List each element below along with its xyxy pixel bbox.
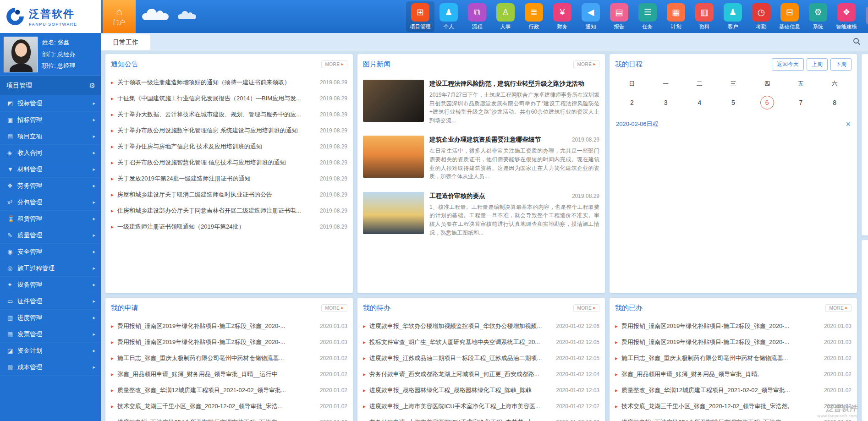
module-item[interactable]: ▦ 计划	[662, 1, 690, 32]
tab-daily-work[interactable]: 日常工作	[101, 34, 150, 50]
done-row[interactable]: ▸ 技术交底_龙湖三千里小区_张鑫_2020-12-02_领导审批_宋浩然, 2…	[615, 398, 852, 414]
sidebar-menu-item[interactable]: ▣ 招标管理 ▸	[0, 112, 101, 128]
more-arrow-icon: ▸	[341, 62, 344, 66]
prev-week-button[interactable]: 上周	[807, 58, 828, 71]
calendar-day[interactable]: 4	[682, 92, 716, 114]
module-item[interactable]: ▥ 资料	[690, 1, 719, 32]
notice-date: 2019.08.29	[320, 175, 347, 182]
request-row[interactable]: ▸ 张鑫_用品领用申请_账簿_财务用品_领导审批_肖晴__运行中 2020.01…	[111, 366, 347, 382]
module-item[interactable]: ¥ 财务	[548, 1, 577, 32]
search-icon[interactable]	[853, 38, 861, 45]
notice-row[interactable]: ▸ 一级建造师注册证书领取通知（2019年第24批） 2019.08.29	[111, 219, 347, 235]
todo-date: 2020-01-02 12:02	[556, 419, 599, 421]
sidebar-menu-item[interactable]: ▼ 材料管理 ▸	[0, 161, 101, 178]
more-button[interactable]: MORE ▸	[573, 60, 599, 68]
module-item[interactable]: ☰ 任务	[633, 1, 662, 32]
done-row[interactable]: ▸ 进度款申报_万达广场35#会所及咖啡厅空调安装工程_万达广... 2020.…	[615, 414, 852, 421]
sidebar-menu-item[interactable]: ✎ 质量管理 ▸	[0, 227, 101, 244]
sidebar-menu-item[interactable]: ▭ 证件管理 ▸	[0, 293, 101, 310]
tabbar: 日常工作	[101, 33, 868, 50]
request-row[interactable]: ▸ 进度款申报_万达广场35#会所及咖啡厅空调安装工程_万达广... 2020.…	[111, 414, 347, 421]
module-item[interactable]: ⊟ 基础信息	[775, 1, 804, 32]
back-to-today-button[interactable]: 返回今天	[772, 58, 804, 71]
close-icon[interactable]: ×	[846, 120, 851, 128]
notice-row[interactable]: ▸ 于征集《中国建筑施工行业信息化发展报告（2014）—BIM应用与发... 2…	[111, 90, 347, 106]
module-item[interactable]: ♟ 客户	[719, 1, 747, 32]
next-week-button[interactable]: 下周	[830, 58, 852, 71]
notice-row[interactable]: ▸ 关于举办住房与房地产信息化 技术及应用培训班的通知 2019.08.29	[111, 138, 347, 154]
sidebar-menu-item[interactable]: x² 分包管理 ▸	[0, 194, 101, 211]
module-item[interactable]: ▤ 报告	[605, 1, 633, 32]
bullet-icon: ▸	[111, 419, 114, 421]
sidebar-section-header[interactable]: 项目管理 ⚙	[0, 76, 101, 95]
sidebar-menu-item[interactable]: ◉ 安全管理 ▸	[0, 244, 101, 260]
gear-icon[interactable]: ⚙	[89, 82, 95, 90]
brand-logo[interactable]: 泛普软件 FANPU SOFTWARE	[0, 0, 101, 33]
request-row[interactable]: ▸ 施工日志_张鑫_重庆太极制药有限公司亳州中药材仓储物流基... 2020.0…	[111, 350, 347, 366]
module-item[interactable]: ⊞ 项目管理	[406, 1, 434, 32]
done-row[interactable]: ▸ 费用报销_潼南区2019年绿化补贴项目-施工2标段_张鑫_2020-... …	[615, 318, 852, 334]
done-row[interactable]: ▸ 费用报销_潼南区2019年绿化补贴项目-施工2标段_张鑫_2020-... …	[615, 334, 852, 350]
module-icon: ⧉	[468, 3, 486, 22]
todo-row[interactable]: ▸ 投标文件审查_胡广生_华软大厦研究基地中央空调系统工程_20... 2020…	[363, 334, 599, 350]
weekday-label: 二	[682, 74, 716, 92]
calendar-day[interactable]: 8	[818, 92, 852, 114]
sidebar-menu-item[interactable]: ▤ 项目立项 ▸	[0, 128, 101, 145]
news-item[interactable]: 建设工程法律风险防范，建筑行业转型升级之路沙龙活动 2019年7月27日下午，土…	[363, 74, 599, 130]
done-row[interactable]: ▸ 施工日志_张鑫_重庆太极制药有限公司亳州中药材仓储物流基... 2020.0…	[615, 350, 852, 366]
done-row[interactable]: ▸ 质量整改_张鑫_华润12城房建工程项目_2021-02-02_领导审批...…	[615, 382, 852, 398]
sidebar-menu-item[interactable]: ◎ 施工过程管理 ▸	[0, 260, 101, 277]
menu-item-icon: ✎	[7, 232, 17, 239]
more-button[interactable]: MORE ▸	[825, 304, 852, 312]
todo-row[interactable]: ▸ 进度款申报_华软办公楼增加视频监控项目_华软办公楼增加视频... 2020-…	[363, 318, 599, 334]
sidebar-menu-item[interactable]: ▥ 进度管理 ▸	[0, 310, 101, 326]
calendar-day[interactable]: 7	[784, 92, 818, 114]
sidebar-menu-item[interactable]: ▧ 成本管理 ▸	[0, 359, 101, 376]
request-row[interactable]: ▸ 技术交底_龙湖三千里小区_张鑫_2020-12-02_领导审批_宋浩... …	[111, 398, 347, 414]
portal-tab[interactable]: ⌂ 门户	[103, 0, 136, 33]
sidebar-menu-item[interactable]: ◪ 资金计划 ▸	[0, 343, 101, 359]
more-button[interactable]: MORE ▸	[573, 304, 599, 312]
notice-row[interactable]: ▸ 住房和城乡建设部办公厅关于同意吉林省开展二级建造师注册证书电... 2019…	[111, 202, 347, 219]
sidebar-menu-item[interactable]: ◈ 收入合同 ▸	[0, 145, 101, 161]
more-button[interactable]: MORE ▸	[321, 304, 347, 312]
module-item[interactable]: ♙ 人事	[491, 1, 520, 32]
notice-row[interactable]: ▸ 关于领取一级注册建造师增项贴的通知（须持一建证书前来领取） 2019.08.…	[111, 74, 347, 90]
sidebar-menu-item[interactable]: ✦ 设备管理 ▸	[0, 277, 101, 293]
module-item[interactable]: ◷ 考勤	[747, 1, 775, 32]
todo-row[interactable]: ▸ 进度款申报_晟格园林绿化工程_晟格园林绿化工程_陈菲_陈菲 2020-01-…	[363, 382, 599, 398]
module-item[interactable]: ◀ 通知	[577, 1, 605, 32]
sidebar-menu-item[interactable]: ❖ 劳务管理 ▸	[0, 178, 101, 194]
calendar-day[interactable]: 3	[649, 92, 683, 114]
module-item[interactable]: ⚙ 系统	[804, 1, 832, 32]
request-row[interactable]: ▸ 质量整改_张鑫_华润12城房建工程项目_2021-02-02_领导审批...…	[111, 382, 347, 398]
calendar-day[interactable]: 5	[716, 92, 750, 114]
more-button[interactable]: MORE ▸	[321, 60, 347, 68]
module-item[interactable]: ♟ 个人	[434, 1, 463, 32]
module-item[interactable]: ❖ 智能建模	[832, 1, 861, 32]
request-row[interactable]: ▸ 费用报销_潼南区2019年绿化补贴项目-施工2标段_张鑫_2020-... …	[111, 334, 347, 350]
todo-row[interactable]: ▸ 劳务付款申请_上海市美容医院ICU手术室净化工程_李若若_上... 2020…	[363, 414, 599, 421]
todo-row[interactable]: ▸ 进度款申报_江苏成品油二期项目一标段工程_江苏成品油二期项... 2020-…	[363, 350, 599, 366]
notice-row[interactable]: ▸ 关于召开市政公用设施智慧化管理 信息技术与应用培训班的通知 2019.08.…	[111, 154, 347, 170]
todo-row[interactable]: ▸ 进度款申报_上海市美容医院ICU手术室净化工程_上海市美容医... 2020…	[363, 398, 599, 414]
notice-row[interactable]: ▸ 房屋和城乡建设厅关于取消二级建造师临时执业证书的公告 2019.08.29	[111, 186, 347, 202]
notice-row[interactable]: ▸ 关于举办大数据、云计算技术在城市建设、规划、管理与服务中的应... 2019…	[111, 106, 347, 122]
bullet-icon: ▸	[615, 419, 618, 421]
module-item[interactable]: ≣ 行政	[520, 1, 548, 32]
todo-row[interactable]: ▸ 劳务付款申请_西安成都路龙湖上河城项目_何正更_西安成都路... 2020-…	[363, 366, 599, 382]
module-item[interactable]: ⧉ 流程	[463, 1, 491, 32]
request-row[interactable]: ▸ 费用报销_潼南区2019年绿化补贴项目-施工2标段_张鑫_2020-... …	[111, 318, 347, 334]
notice-row[interactable]: ▸ 关于举办市政公用设施数字化管理信息 系统建设与应用培训班的通知 2019.0…	[111, 122, 347, 138]
news-item[interactable]: 建筑企业办理建筑资质需要注意哪些细节 2019.08.29 在日常生活中，很多人…	[363, 130, 599, 186]
module-item[interactable]: ≡	[861, 5, 868, 28]
done-row[interactable]: ▸ 张鑫_用品领用申请_账簿_财务用品_领导审批_肖晴, 2020.01.02	[615, 366, 852, 382]
sidebar-menu-item[interactable]: ⌛ 租赁管理 ▸	[0, 211, 101, 227]
news-item[interactable]: 工程造价审核的要点 2019.08.29 1、核准工程量。工程量是编制决算最基本…	[363, 186, 599, 242]
bullet-icon: ▸	[363, 371, 366, 377]
notice-row[interactable]: ▸ 关于发放2019年第24批一级建造师注册证书的通知 2019.08.29	[111, 170, 347, 186]
calendar-day[interactable]: 6	[750, 92, 784, 114]
sidebar-menu-item[interactable]: ▦ 发票管理 ▸	[0, 326, 101, 343]
calendar-day[interactable]: 2	[615, 92, 649, 114]
sidebar-menu-item[interactable]: ◩ 投标管理 ▸	[0, 95, 101, 112]
